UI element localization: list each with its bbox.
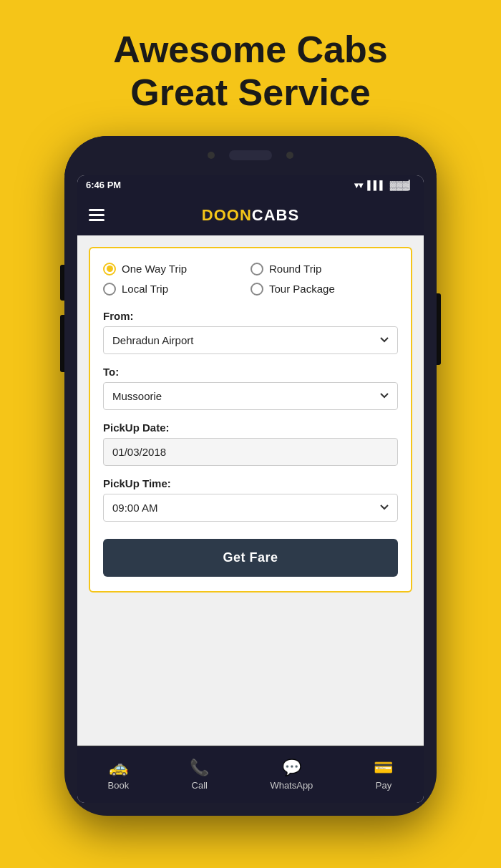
status-bar: 6:46 PM ▾▾ ▌▌▌ ▓▓▓▏: [77, 175, 424, 195]
nav-whatsapp-label: WhatsApp: [270, 780, 313, 791]
hamburger-menu[interactable]: [89, 209, 104, 221]
pickup-time-wrapper: PickUp Time: 09:00 AM: [103, 477, 398, 522]
time-display: 6:46 PM: [86, 180, 121, 190]
get-fare-button[interactable]: Get Fare: [103, 539, 398, 577]
nav-call[interactable]: 📞 Call: [190, 759, 209, 791]
hero-line2: Great Service: [130, 72, 370, 113]
call-icon: 📞: [190, 759, 209, 777]
book-icon: 🚕: [109, 759, 128, 777]
pickup-date-wrapper: PickUp Date:: [103, 421, 398, 466]
hero-line1: Awesome Cabs: [113, 29, 387, 70]
wifi-icon: ▾▾: [354, 180, 363, 190]
pay-icon: 💳: [374, 759, 393, 777]
status-icons: ▾▾ ▌▌▌ ▓▓▓▏: [354, 180, 415, 190]
to-field-wrapper: To: Mussoorie: [103, 366, 398, 410]
nav-whatsapp[interactable]: 💬 WhatsApp: [270, 759, 313, 791]
radio-round-trip[interactable]: Round Trip: [250, 263, 398, 275]
radio-circle-round: [250, 263, 263, 275]
radio-label-tour: Tour Package: [269, 283, 335, 295]
hamburger-line2: [89, 214, 104, 216]
hamburger-line3: [89, 219, 104, 221]
radio-label-round: Round Trip: [269, 263, 321, 275]
nav-call-label: Call: [192, 780, 208, 791]
phone-shell: 6:46 PM ▾▾ ▌▌▌ ▓▓▓▏ DOONCABS: [64, 136, 437, 816]
radio-label-one-way: One Way Trip: [122, 263, 187, 275]
from-label: From:: [103, 310, 398, 322]
phone-mockup: 6:46 PM ▾▾ ▌▌▌ ▓▓▓▏ DOONCABS: [64, 136, 437, 816]
whatsapp-icon: 💬: [282, 759, 301, 777]
battery-icon: ▓▓▓▏: [390, 180, 415, 190]
front-camera: [208, 152, 215, 159]
pickup-time-select[interactable]: 09:00 AM: [103, 494, 398, 522]
radio-circle-one-way: [103, 263, 116, 275]
radio-local-trip[interactable]: Local Trip: [103, 283, 250, 296]
nav-book[interactable]: 🚕 Book: [108, 759, 130, 791]
radio-circle-tour: [250, 283, 263, 296]
logo-yellow: DOON: [202, 206, 252, 224]
radio-one-way-trip[interactable]: One Way Trip: [103, 263, 250, 275]
signal-icon: ▌▌▌: [367, 180, 386, 190]
to-select[interactable]: Mussoorie: [103, 382, 398, 410]
sensor: [286, 152, 293, 159]
app-logo: DOONCABS: [202, 206, 299, 225]
speaker-grill: [229, 150, 272, 160]
hamburger-line1: [89, 209, 104, 211]
nav-pay[interactable]: 💳 Pay: [374, 759, 393, 791]
pickup-time-label: PickUp Time:: [103, 477, 398, 489]
radio-label-local: Local Trip: [122, 283, 168, 295]
nav-book-label: Book: [108, 780, 130, 791]
bottom-navigation: 🚕 Book 📞 Call 💬 WhatsApp 💳 Pay: [77, 746, 424, 803]
app-header: DOONCABS: [77, 195, 424, 235]
from-field-wrapper: From: Dehradun Airport: [103, 310, 398, 354]
trip-type-group: One Way Trip Round Trip Local Trip: [103, 263, 398, 296]
radio-circle-local: [103, 283, 116, 296]
pickup-date-input[interactable]: [103, 438, 398, 466]
side-button-right: [437, 293, 441, 365]
app-content: One Way Trip Round Trip Local Trip: [77, 235, 424, 746]
hero-section: Awesome Cabs Great Service: [99, 0, 402, 129]
nav-pay-label: Pay: [376, 780, 391, 791]
radio-tour-package[interactable]: Tour Package: [250, 283, 398, 296]
from-select[interactable]: Dehradun Airport: [103, 326, 398, 354]
pickup-date-label: PickUp Date:: [103, 421, 398, 434]
phone-top-bar: [64, 136, 437, 175]
to-label: To:: [103, 366, 398, 378]
phone-screen: 6:46 PM ▾▾ ▌▌▌ ▓▓▓▏ DOONCABS: [77, 175, 424, 803]
logo-white: CABS: [252, 206, 299, 224]
booking-form-card: One Way Trip Round Trip Local Trip: [89, 247, 412, 593]
